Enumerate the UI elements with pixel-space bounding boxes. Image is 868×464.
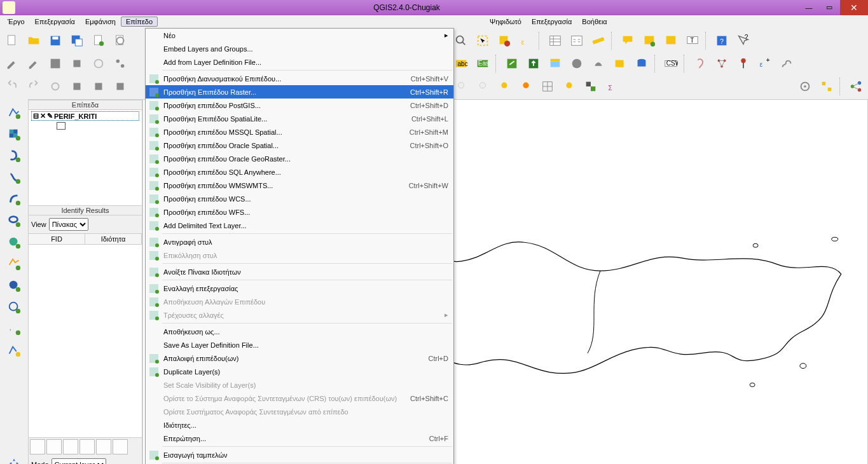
plugin-button-4[interactable] [567, 53, 587, 74]
menu-item-oracle[interactable]: Προσθήκη επιπέδου Oracle Spatial...Ctrl+… [146, 139, 453, 152]
select-button[interactable] [472, 31, 493, 51]
add-wfs-layer-button[interactable] [4, 297, 24, 317]
maptips-button[interactable] [617, 31, 638, 51]
menu-item-table[interactable]: Ανοίξτε Πίνακα Ιδιοτήτων [146, 265, 453, 278]
menu-item-csv[interactable]: Add Delimited Text Layer... [146, 219, 453, 232]
bulb3-icon[interactable] [494, 76, 514, 97]
plugin-button-2[interactable] [523, 53, 544, 74]
add-vector-layer-button[interactable] [4, 102, 24, 123]
identify-btn-3[interactable] [63, 439, 78, 454]
menu-item-raster[interactable]: Προσθήκη Επιπέδου Raster...Ctrl+Shift+R [146, 85, 453, 99]
db-manager-button[interactable] [631, 53, 652, 74]
pin-button[interactable] [733, 53, 754, 74]
text-annotation-button[interactable]: T [682, 31, 703, 51]
move-feature-button[interactable] [88, 53, 109, 74]
menu-item-remove[interactable]: Απαλοιφή επιπέδου(ων)Ctrl+D [146, 351, 453, 365]
graph-button[interactable] [816, 76, 837, 97]
new-project-button[interactable] [2, 31, 22, 51]
save-layer-edits-button[interactable] [45, 53, 65, 74]
expression-select-button[interactable]: ε [516, 31, 536, 51]
whatsthis-button[interactable]: ? [733, 31, 754, 51]
menu-item-1[interactable]: Embed Layers and Groups... [146, 42, 453, 55]
add-mssql-layer-button[interactable] [4, 189, 24, 209]
menu-layer[interactable]: Επίπεδο [121, 17, 158, 27]
add-oracle-layer-button[interactable] [4, 210, 24, 231]
open-project-button[interactable] [24, 31, 44, 51]
menu-raster[interactable]: Ψηφιδωτό [485, 17, 527, 27]
redo-button[interactable] [24, 76, 44, 97]
node-tool-button[interactable] [110, 53, 130, 74]
layers-panel[interactable]: ⊟ ✕ ✎ PERIF_KRITI [29, 110, 142, 205]
measure-button[interactable] [588, 31, 609, 51]
menu-processing[interactable]: Επεξεργασία [527, 17, 577, 27]
window-maximize-button[interactable]: ▭ [820, 1, 839, 14]
identify-column-fid[interactable]: FID [29, 234, 85, 244]
add-wcs-layer-button[interactable] [4, 275, 24, 296]
delete-ring-button[interactable] [110, 76, 130, 97]
deselect-button[interactable] [494, 31, 514, 51]
tree-collapse-icon[interactable]: ⊟ [33, 112, 39, 120]
window-minimize-button[interactable]: — [799, 1, 818, 14]
simplify-button[interactable] [45, 76, 65, 97]
menu-item-mssql[interactable]: Προσθήκη επιπέδου MSSQL Spatial...Ctrl+S… [146, 125, 453, 139]
add-part-button[interactable] [88, 76, 109, 97]
menu-file[interactable]: Έργο [3, 17, 30, 27]
identify-btn-5[interactable] [96, 439, 111, 454]
identify-mode-select[interactable]: Current layer [52, 458, 106, 464]
ear-icon[interactable] [690, 53, 710, 74]
menu-item-33[interactable]: Ιδιότητες... [146, 418, 453, 432]
add-delimited-text-button[interactable]: , [4, 318, 24, 339]
composer-manager-button[interactable] [110, 31, 130, 51]
add-sql-layer-button[interactable] [4, 254, 24, 274]
add-spatialite-layer-button[interactable] [4, 167, 24, 188]
attribute-table-button[interactable] [545, 31, 565, 51]
menu-view[interactable]: Εμφάνιση [80, 17, 121, 27]
menu-item-pencil[interactable]: Εναλλαγή επεξεργασίας [146, 282, 453, 295]
plugin-button-3[interactable] [545, 53, 565, 74]
pan-button[interactable] [4, 453, 24, 464]
menu-edit[interactable]: Επεξεργασία [30, 17, 80, 27]
bulb5-icon[interactable] [559, 76, 579, 97]
bookmarks-button[interactable] [639, 31, 659, 51]
identify-btn-6[interactable] [113, 439, 128, 454]
menu-item-spatialite[interactable]: Προσθήκη Επιπέδου SpatiaLite...Ctrl+Shif… [146, 112, 453, 125]
plugin-button-6[interactable] [610, 53, 630, 74]
menu-item-wfs[interactable]: Προσθήκη επιπέδου WFS... [146, 205, 453, 219]
grid2-button[interactable] [581, 76, 601, 97]
menu-item-2[interactable]: Add from Layer Definition File... [146, 55, 453, 69]
identify-btn-4[interactable] [79, 439, 95, 454]
menu-item-wms[interactable]: Προσθήκη επιπέδου WMSWMTS...Ctrl+Shift+W [146, 179, 453, 192]
grid-button[interactable] [537, 76, 558, 97]
add-ring-button[interactable] [67, 76, 87, 97]
show-bookmarks-button[interactable] [661, 31, 681, 51]
add-raster-layer-button[interactable] [4, 124, 24, 144]
menu-item-wcs[interactable]: Προσθήκη επιπέδου WCS... [146, 192, 453, 205]
easy-button[interactable]: Easy [472, 53, 493, 74]
identify-view-select[interactable]: Πίνακας [49, 218, 88, 231]
csw-button[interactable]: CSW [661, 53, 681, 74]
identify-btn-2[interactable] [46, 439, 62, 454]
nodes-icon[interactable] [846, 76, 866, 97]
bulb2-icon[interactable] [472, 76, 493, 97]
menu-item-label[interactable]: Εισαγωγή ταμπελών [146, 448, 453, 461]
sigma-button[interactable]: Σ [602, 76, 623, 97]
undo-button[interactable] [2, 76, 22, 97]
toggle-editing-button[interactable] [2, 53, 22, 74]
save-project-button[interactable] [45, 31, 65, 51]
epsilon-plus-button[interactable]: ε+ [755, 53, 775, 74]
menu-item-0[interactable]: Νέο▸ [146, 29, 453, 42]
identify-column-attr[interactable]: Ιδιότητα [85, 234, 142, 244]
identify-btn-1[interactable] [30, 439, 45, 454]
layer-row[interactable]: ⊟ ✕ ✎ PERIF_KRITI [31, 111, 139, 121]
processing-button[interactable] [795, 76, 815, 97]
add-wms-layer-button[interactable] [4, 232, 24, 252]
bulb4-icon[interactable] [516, 76, 536, 97]
menu-item-duplicate[interactable]: Duplicate Layer(s) [146, 365, 453, 378]
layer-visible-checkbox[interactable]: ✕ [40, 112, 46, 120]
save-as-button[interactable] [67, 31, 87, 51]
menu-help[interactable]: Βοήθεια [577, 17, 612, 27]
save-edits-button[interactable] [24, 53, 44, 74]
add-feature-button[interactable] [67, 53, 87, 74]
plugin-button-1[interactable] [502, 53, 522, 74]
menu-item-26[interactable]: Αποθήκευση ως... [146, 325, 453, 338]
